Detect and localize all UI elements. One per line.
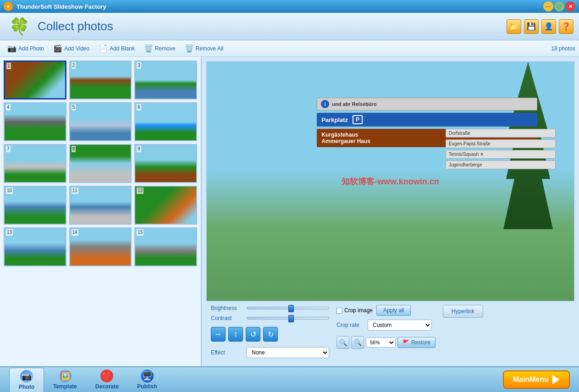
- nav-item-publish[interactable]: 🖥️ Publish: [128, 368, 166, 392]
- controls-right: Hyperlink: [443, 305, 483, 318]
- photo-thumb-12[interactable]: 12: [134, 186, 197, 225]
- publish-nav-icon: 🖥️: [141, 370, 154, 382]
- effect-label: Effect: [211, 349, 243, 356]
- zoom-out-button[interactable]: 🔍: [351, 336, 364, 349]
- thumb-num-3: 3: [137, 62, 141, 69]
- restore-icon: 🚩: [403, 339, 409, 346]
- contrast-label: Contrast: [211, 315, 243, 321]
- open-folder-button[interactable]: 📁: [507, 19, 521, 34]
- contrast-thumb[interactable]: [288, 315, 294, 322]
- add-video-button[interactable]: 🎬 Add Video: [50, 42, 93, 55]
- effect-row: Effect None: [211, 347, 329, 358]
- photo-nav-icon: 📷: [20, 370, 33, 383]
- nav-item-photo[interactable]: 📷 Photo: [9, 368, 44, 392]
- add-blank-label: Add Blank: [110, 45, 135, 52]
- user-button[interactable]: 👤: [541, 19, 556, 34]
- remove-label: Remove: [155, 45, 176, 52]
- nav-item-template[interactable]: 🖼️ Template: [44, 368, 86, 392]
- photo-thumb-14[interactable]: 14: [69, 227, 132, 266]
- brightness-label: Brightness: [211, 305, 243, 311]
- restore-label: Restore: [411, 339, 430, 346]
- main-content: 1 2 3 4 5 6 7 8 9: [0, 57, 579, 366]
- nav-label-decorate: Decorate: [95, 383, 119, 390]
- zoom-in-button[interactable]: 🔍: [336, 336, 349, 349]
- photo-thumb-11[interactable]: 11: [69, 186, 132, 225]
- remove-all-button[interactable]: 🗑️ Remove All: [181, 42, 227, 55]
- restore-button[interactable]: 🚩 Restore: [397, 337, 436, 348]
- hyperlink-button[interactable]: Hyperlink: [443, 305, 483, 318]
- main-menu-label: MainMenu: [513, 375, 549, 384]
- photo-panel: 1 2 3 4 5 6 7 8 9: [0, 57, 202, 366]
- effect-select[interactable]: None: [247, 347, 329, 358]
- nav-label-template: Template: [53, 383, 77, 390]
- thumb-num-1: 1: [6, 63, 11, 69]
- flip-horizontal-button[interactable]: ↔: [211, 327, 226, 342]
- add-photo-icon: 📷: [7, 44, 17, 53]
- photo-thumb-15[interactable]: 15: [134, 227, 197, 266]
- save-button[interactable]: 💾: [524, 19, 539, 34]
- nav-label-publish: Publish: [137, 383, 157, 390]
- thumb-num-11: 11: [72, 188, 78, 194]
- nav-item-decorate[interactable]: ❤️ Decorate: [86, 368, 128, 392]
- header-buttons: 📁 💾 👤 ❓: [507, 19, 573, 34]
- controls-area: Brightness Contrast ↔ ↕ ↺ ↻: [206, 301, 574, 362]
- crop-rate-label: Crop rate: [336, 322, 364, 328]
- photo-thumb-3[interactable]: 3: [134, 61, 197, 99]
- transform-buttons: ↔ ↕ ↺ ↻: [211, 327, 329, 342]
- add-blank-icon: 📄: [99, 44, 108, 53]
- photo-thumb-9[interactable]: 9: [134, 144, 197, 183]
- bottom-nav: 📷 Photo 🖼️ Template ❤️ Decorate 🖥️ Publi…: [0, 366, 579, 392]
- thumb-num-9: 9: [137, 146, 141, 152]
- toolbar: 📷 Add Photo 🎬 Add Video 📄 Add Blank 🗑️ R…: [0, 40, 579, 57]
- rotate-right-button[interactable]: ↻: [263, 327, 278, 342]
- add-photo-label: Add Photo: [18, 45, 44, 52]
- app-icon: ✦: [4, 2, 13, 11]
- controls-left: Brightness Contrast ↔ ↕ ↺ ↻: [211, 305, 329, 358]
- photo-thumb-2[interactable]: 2: [69, 61, 132, 99]
- maximize-button[interactable]: □: [554, 1, 564, 11]
- preview-main-image: i und abr Reisebüro Parkplatz P Kurgäste…: [207, 62, 574, 301]
- nav-label-photo: Photo: [19, 384, 34, 390]
- window-controls: — □ ✕: [543, 1, 575, 11]
- photo-thumb-4[interactable]: 4: [4, 102, 66, 141]
- add-blank-button[interactable]: 📄 Add Blank: [95, 42, 138, 55]
- crop-image-checkbox[interactable]: [336, 308, 342, 314]
- rotate-left-button[interactable]: ↺: [246, 327, 260, 342]
- photo-thumb-1[interactable]: 1: [4, 61, 66, 99]
- photo-thumb-5[interactable]: 5: [69, 102, 132, 141]
- thumb-num-14: 14: [72, 229, 78, 236]
- flip-vertical-button[interactable]: ↕: [228, 327, 243, 342]
- photo-thumb-7[interactable]: 7: [4, 144, 66, 183]
- photo-thumb-10[interactable]: 10: [4, 186, 66, 225]
- crop-row: Crop image Apply all: [336, 305, 436, 316]
- watermark: 知软博客-www.knowin.cn: [342, 176, 439, 187]
- minimize-button[interactable]: —: [543, 1, 553, 11]
- zoom-select[interactable]: 56%: [366, 337, 396, 348]
- add-video-icon: 🎬: [53, 44, 62, 53]
- brightness-thumb[interactable]: [288, 305, 294, 312]
- contrast-row: Contrast: [211, 315, 329, 321]
- brightness-slider[interactable]: [247, 307, 329, 309]
- logo-icon: 🍀: [9, 17, 30, 36]
- zoom-row: 🔍 🔍 56% 🚩 Restore: [336, 336, 436, 349]
- thumb-num-4: 4: [6, 104, 11, 110]
- add-video-label: Add Video: [64, 45, 89, 52]
- photo-thumb-8[interactable]: 8: [69, 144, 132, 183]
- crop-rate-select[interactable]: Custom: [368, 320, 432, 331]
- preview-panel: i und abr Reisebüro Parkplatz P Kurgäste…: [202, 57, 579, 366]
- help-button[interactable]: ❓: [559, 19, 573, 34]
- remove-button[interactable]: 🗑️ Remove: [140, 42, 179, 55]
- play-icon: [552, 375, 560, 384]
- crop-image-label: Crop image: [344, 307, 373, 314]
- main-menu-button[interactable]: MainMenu: [503, 370, 570, 389]
- remove-all-icon: 🗑️: [185, 44, 194, 53]
- apply-all-button[interactable]: Apply all: [376, 305, 411, 316]
- add-photo-button[interactable]: 📷 Add Photo: [4, 42, 48, 55]
- contrast-slider[interactable]: [247, 317, 329, 320]
- photo-thumb-13[interactable]: 13: [4, 227, 66, 266]
- thumb-num-15: 15: [137, 229, 143, 236]
- photo-thumb-6[interactable]: 6: [134, 102, 197, 141]
- thumb-num-12: 12: [137, 188, 143, 194]
- close-button[interactable]: ✕: [565, 1, 575, 11]
- header: 🍀 Collect photos 📁 💾 👤 ❓: [0, 13, 579, 40]
